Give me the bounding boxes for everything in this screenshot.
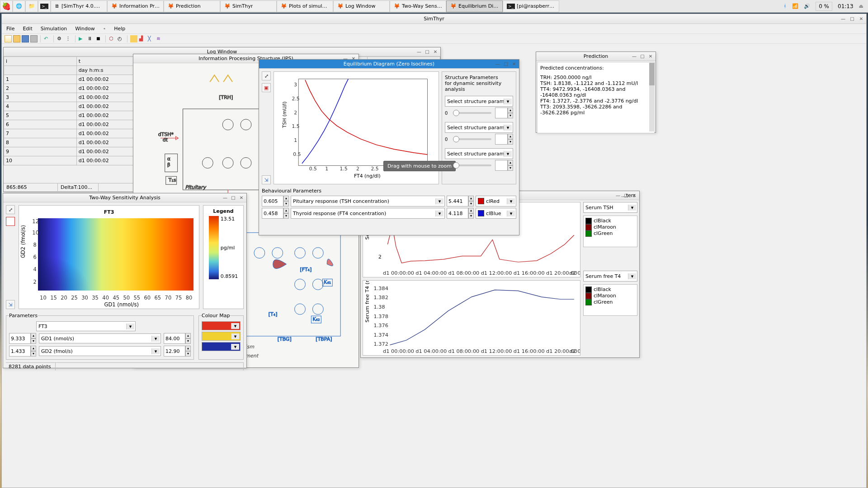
- export-chart-button[interactable]: ⇲: [6, 300, 15, 309]
- save-icon[interactable]: [22, 35, 29, 42]
- minimize-button[interactable]: —: [222, 195, 228, 201]
- maximize-button[interactable]: □: [230, 195, 236, 201]
- maximize-button[interactable]: □: [623, 192, 629, 199]
- param-y-max-spin[interactable]: ▴▾: [164, 346, 191, 357]
- files-launcher[interactable]: 📁: [25, 0, 38, 12]
- minimize-button[interactable]: —: [631, 53, 637, 60]
- menu-help[interactable]: Help: [114, 26, 125, 32]
- equilibrium-icon[interactable]: ╳: [147, 35, 155, 42]
- copy-chart-button[interactable]: ▣: [262, 83, 271, 92]
- legend-item[interactable]: clBlack: [585, 218, 635, 224]
- run-icon[interactable]: ▶: [78, 35, 85, 42]
- params-icon[interactable]: ⚙: [57, 35, 64, 42]
- menu-file[interactable]: File: [6, 26, 14, 32]
- param-x-min-spin[interactable]: ▴▾: [9, 333, 36, 344]
- new-icon[interactable]: [5, 35, 12, 42]
- taskbar-item[interactable]: 🦊Prediction: [164, 0, 220, 12]
- behav-min-spin[interactable]: ▴▾: [262, 196, 289, 206]
- pause-icon[interactable]: ⏸: [87, 35, 94, 42]
- series-b-select[interactable]: Serum free T4▾: [583, 271, 637, 282]
- maximize-button[interactable]: □: [424, 49, 430, 55]
- structure-slider[interactable]: [453, 138, 491, 140]
- maximize-button[interactable]: □: [639, 53, 646, 60]
- structure-spin[interactable]: ▴▾: [495, 108, 513, 118]
- close-button[interactable]: ✕: [631, 192, 637, 199]
- param-output-select[interactable]: FT3▾: [36, 321, 136, 331]
- taskbar-item[interactable]: >_[pi@raspberrypi...: [503, 0, 559, 12]
- sensitivity-icon[interactable]: ≋: [156, 35, 163, 42]
- maximize-button[interactable]: □: [849, 16, 855, 22]
- taskbar-item[interactable]: 🦊Equilibrium Diag...: [446, 0, 503, 12]
- legend-item[interactable]: clGreen: [585, 299, 635, 305]
- raspberry-menu[interactable]: 🍓: [0, 0, 13, 12]
- equilibrium-titlebar[interactable]: Equilibrium Diagram (Zero Isoclines) —□✕: [259, 60, 519, 69]
- structure-slider[interactable]: [453, 112, 491, 114]
- minimize-button[interactable]: —: [615, 192, 621, 199]
- structure-spin[interactable]: ▴▾: [495, 160, 513, 171]
- close-button[interactable]: ✕: [511, 61, 517, 67]
- twoway-titlebar[interactable]: Two-Way Sensitivity Analysis —□✕: [3, 193, 246, 202]
- param-x-max-spin[interactable]: ▴▾: [164, 333, 191, 344]
- close-button[interactable]: ✕: [432, 49, 439, 55]
- minimize-button[interactable]: —: [840, 16, 846, 22]
- menu-window[interactable]: Window: [75, 26, 94, 32]
- minimize-button[interactable]: —: [416, 49, 422, 55]
- close-button[interactable]: ✕: [858, 16, 864, 22]
- eject-icon[interactable]: ⏏: [859, 3, 863, 9]
- bluetooth-icon[interactable]: ᚼ: [783, 3, 787, 9]
- param-y-min-spin[interactable]: ▴▾: [9, 346, 36, 357]
- table-header[interactable]: i: [4, 57, 77, 66]
- menu-edit[interactable]: Edit: [23, 26, 32, 32]
- equilibrium-chart[interactable]: 0.511.522.53 0.511.522.533.54 TSH (mU/l)…: [274, 71, 439, 184]
- undo-icon[interactable]: ↶: [43, 35, 51, 42]
- behav-color-select[interactable]: clRed▾: [476, 196, 516, 206]
- taskbar-item[interactable]: 🦊SimThyr: [220, 0, 277, 12]
- open-icon[interactable]: [13, 35, 20, 42]
- zoom-reset-button[interactable]: ⤢: [6, 205, 15, 214]
- colour-low[interactable]: ▾: [202, 342, 241, 351]
- gauge-icon[interactable]: ◴: [117, 35, 124, 42]
- scrollbar[interactable]: [649, 63, 655, 131]
- behav-min-spin[interactable]: ▴▾: [262, 208, 289, 219]
- terminal-launcher[interactable]: >_: [38, 0, 51, 12]
- behav-color-select[interactable]: clBlue▾: [476, 208, 516, 219]
- taskbar-item[interactable]: 🦊Plots of simulat...: [277, 0, 333, 12]
- structure-param-select[interactable]: Select structure param▾: [445, 96, 513, 107]
- ft4-timeplot[interactable]: Serum free T4 (ng/dl) 1.3841.3821.381.37…: [363, 280, 580, 356]
- taskbar-item[interactable]: 🗎[SimThyr 4.0.1 S...: [51, 0, 107, 12]
- structure-slider[interactable]: [453, 164, 491, 166]
- app-titlebar[interactable]: SimThyr — □ ✕: [2, 14, 866, 24]
- legend-item[interactable]: clMaroon: [585, 224, 635, 230]
- colour-mid[interactable]: ▾: [202, 332, 241, 341]
- behav-max-spin[interactable]: ▴▾: [447, 208, 474, 219]
- close-button[interactable]: ✕: [238, 195, 245, 201]
- volume-icon[interactable]: 🔊: [804, 3, 810, 9]
- print-icon[interactable]: [30, 35, 38, 42]
- options-icon[interactable]: ⋮: [65, 35, 72, 42]
- structure-param-select[interactable]: Select structure param▾: [445, 122, 513, 133]
- structure-icon[interactable]: ⬡: [108, 35, 116, 42]
- taskbar-item[interactable]: 🦊Log Window: [333, 0, 390, 12]
- structure-spin[interactable]: ▴▾: [495, 134, 513, 145]
- wifi-icon[interactable]: 📶: [792, 3, 798, 9]
- structure-param-select[interactable]: Select structure param▾: [445, 148, 513, 159]
- stop-icon[interactable]: ⏹: [95, 35, 103, 42]
- param-y-select[interactable]: GD2 (fmol/s)▾: [39, 346, 161, 356]
- param-x-select[interactable]: GD1 (nmol/s)▾: [39, 333, 161, 343]
- legend-item[interactable]: clGreen: [585, 230, 635, 237]
- behav-select[interactable]: Pituitary response (TSH concentration)▾: [291, 196, 445, 206]
- taskbar-item[interactable]: 🦊Information Pro...: [107, 0, 164, 12]
- behav-select[interactable]: Thyroid response (FT4 concentration)▾: [291, 208, 445, 219]
- taskbar-item[interactable]: 🦊Two-Way Sensit...: [390, 0, 446, 12]
- colour-high[interactable]: ▾: [202, 321, 241, 330]
- plot-icon[interactable]: ▟: [139, 35, 146, 42]
- prediction-titlebar[interactable]: Prediction —□✕: [536, 52, 656, 61]
- close-button[interactable]: ✕: [647, 53, 654, 60]
- export-chart-button[interactable]: ⇲: [262, 175, 271, 184]
- zoom-reset-button[interactable]: ⤢: [262, 71, 271, 80]
- minimize-button[interactable]: —: [495, 61, 501, 67]
- series-a-select[interactable]: Serum TSH▾: [583, 202, 637, 213]
- log-icon[interactable]: [130, 35, 137, 42]
- twoway-heatmap[interactable]: FT3 12108642 101520253035404550556065707…: [19, 205, 199, 309]
- browser-launcher[interactable]: 🌐: [13, 0, 25, 12]
